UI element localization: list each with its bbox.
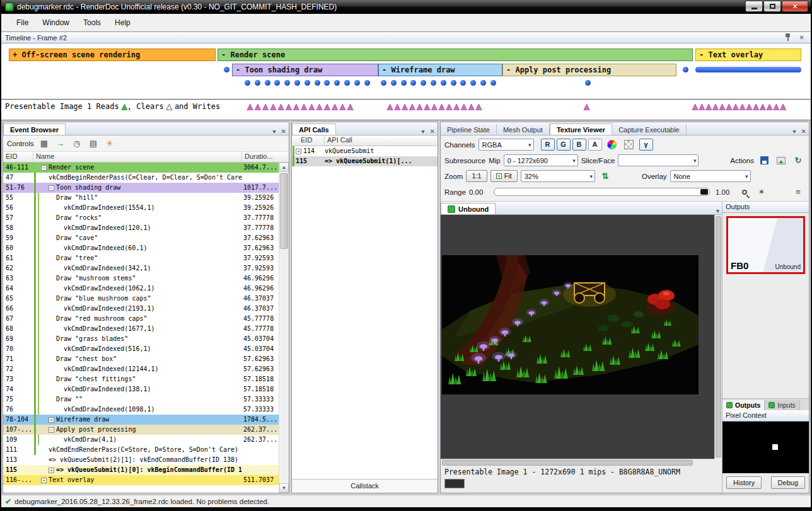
event-row[interactable]: 116-...+Text overlay511.7037 — [3, 475, 279, 485]
scrollbar-thumb[interactable] — [280, 173, 288, 249]
scroll-up-icon[interactable]: ▲ — [279, 163, 289, 172]
checkerboard-icon[interactable] — [622, 139, 636, 151]
texture-viewport[interactable] — [441, 215, 722, 466]
channels-select[interactable]: RGBA▾ — [478, 139, 534, 151]
scrollbar-thumb[interactable] — [442, 460, 693, 466]
menu-help[interactable]: Help — [108, 16, 137, 30]
chevron-down-icon[interactable]: ▾ — [270, 128, 279, 135]
range-min-value[interactable]: 0.00 — [469, 188, 488, 196]
event-row[interactable]: 56vkCmdDrawIndexed(1554,1)39.25926 — [3, 203, 279, 213]
event-row[interactable]: 70vkCmdDrawIndexed(516,1)45.03704 — [3, 344, 279, 354]
refresh-icon[interactable]: ↻ — [791, 154, 805, 166]
history-button[interactable]: History — [726, 476, 762, 489]
tab-pipeline-state[interactable]: Pipeline State — [441, 124, 497, 135]
event-browser-scrollbar[interactable]: ▲ ▼ — [279, 163, 289, 493]
event-row[interactable]: 46-111−Render scene3064.7... — [3, 163, 279, 173]
bookmark-icon[interactable]: ✳ — [103, 139, 116, 148]
timeline-block[interactable]: - Text overlay — [695, 49, 801, 61]
range-options-icon[interactable]: ≡ — [791, 186, 805, 198]
expander-icon[interactable]: − — [41, 165, 47, 171]
event-row[interactable]: 72vkCmdDrawIndexed(12144,1)57.62963 — [3, 364, 279, 374]
column-eid[interactable]: EID — [3, 152, 33, 162]
zoom-1to1-button[interactable]: 1:1 — [466, 170, 487, 182]
api-call-row[interactable]: 115=> vkQueueSubmit(1)[... — [292, 156, 438, 166]
fit-button[interactable]: Fit — [490, 170, 518, 182]
expander-icon[interactable]: − — [49, 427, 54, 433]
event-row[interactable]: 107-...−Apply post processing262.37... — [3, 425, 279, 435]
open-image-icon[interactable] — [774, 154, 788, 166]
event-row[interactable]: 47vkCmdBeginRenderPass(C=Clear, D=Clear,… — [3, 173, 279, 183]
scroll-down-icon[interactable]: ▼ — [279, 483, 289, 493]
tab-event-browser[interactable]: Event Browser — [3, 123, 66, 135]
texture-image[interactable] — [442, 255, 699, 394]
event-row[interactable]: 61Draw "tree"37.92593 — [3, 253, 279, 263]
expander-icon[interactable]: + — [41, 478, 47, 483]
event-row[interactable]: 69Draw "grass blades"45.03704 — [3, 334, 279, 344]
close-panel-icon[interactable]: ✕ — [279, 128, 289, 135]
overlay-select[interactable]: None▾ — [670, 170, 751, 182]
gamma-button[interactable]: γ — [639, 139, 653, 151]
find-icon[interactable]: ▦ — [38, 139, 50, 148]
expander-icon[interactable]: + — [296, 149, 301, 154]
event-row[interactable]: 51-76−Toon shading draw1017.7... — [3, 183, 279, 193]
chevron-down-icon[interactable]: ▾ — [791, 128, 799, 135]
expander-icon[interactable]: + — [49, 468, 54, 473]
close-button[interactable]: ✕ — [782, 1, 808, 12]
maximize-button[interactable] — [763, 1, 781, 12]
autofit-wand-icon[interactable]: ✶ — [755, 186, 768, 198]
menu-tools[interactable]: Tools — [77, 16, 107, 30]
timeline-block[interactable]: + Off-screen scene rendering — [9, 49, 216, 61]
event-row[interactable]: 63Draw "mushroom stems"46.96296 — [3, 273, 279, 284]
minimize-button[interactable] — [745, 1, 763, 12]
event-row[interactable]: 75Draw ""57.33333 — [3, 394, 279, 405]
event-row[interactable]: 55Draw "hill"39.25926 — [3, 193, 279, 203]
save-texture-icon[interactable] — [757, 154, 771, 166]
column-api-call[interactable]: API Call — [325, 135, 438, 146]
goto-eid-icon[interactable]: → — [54, 139, 67, 148]
event-row[interactable]: 78-104+Wireframe draw1784.5... — [3, 415, 279, 425]
event-row[interactable]: 71Draw "chest box"57.62963 — [3, 354, 279, 364]
event-row[interactable]: 66vkCmdDrawIndexed(2193,1)46.37037 — [3, 304, 279, 314]
event-row[interactable]: 65Draw "blue mushroom caps"46.37037 — [3, 294, 279, 304]
pin-icon[interactable] — [785, 33, 791, 42]
flip-y-icon[interactable]: ⇅ — [598, 170, 612, 182]
tab-capture-executable[interactable]: Capture Executable — [612, 124, 687, 135]
timeline-block[interactable]: - Toon shading draw — [232, 64, 378, 76]
texture-tab-unbound[interactable]: Unbound — [441, 203, 496, 214]
event-row[interactable]: 57Draw "rocks"37.77778 — [3, 213, 279, 223]
api-call-row[interactable]: +114vkQueueSubmit — [292, 146, 438, 156]
mip-select[interactable]: 0 - 1272x690▾ — [504, 154, 578, 166]
event-row[interactable]: 109vkCmdDraw(4,1)262.37... — [3, 435, 279, 445]
menu-file[interactable]: File — [10, 16, 35, 30]
callstack-label[interactable]: Callstack — [292, 479, 438, 493]
event-row[interactable]: 74vkCmdDrawIndexed(138,1)57.18518 — [3, 384, 279, 394]
zoom-select[interactable]: 32%▾ — [521, 170, 595, 182]
column-name[interactable]: Name — [33, 152, 242, 162]
tab-texture-viewer[interactable]: Texture Viewer — [550, 123, 612, 135]
channel-a-button[interactable]: A — [588, 139, 602, 151]
menu-window[interactable]: Window — [36, 16, 76, 30]
close-panel-icon[interactable]: ✕ — [799, 128, 809, 135]
tab-api-calls[interactable]: API Calls — [292, 123, 336, 135]
range-slider-thumb[interactable] — [700, 189, 708, 195]
event-row[interactable]: 67Draw "red mushroom caps"45.77778 — [3, 314, 279, 324]
event-row[interactable]: 62vkCmdDrawIndexed(342,1)37.92593 — [3, 263, 279, 273]
range-max-value[interactable]: 1.00 — [716, 188, 734, 196]
scrollbar-thumb[interactable] — [716, 216, 721, 457]
channel-r-button[interactable]: R — [541, 139, 555, 151]
event-row[interactable]: 59Draw "cave"37.62963 — [3, 233, 279, 243]
time-durations-icon[interactable]: ◷ — [71, 139, 83, 148]
channel-g-button[interactable]: G — [557, 139, 571, 151]
timeline-block[interactable]: - Wireframe draw — [378, 64, 502, 76]
event-row[interactable]: 73Draw "chest fittings"57.18518 — [3, 374, 279, 384]
chevron-down-icon[interactable]: ▾ — [419, 128, 427, 135]
pixel-context-view[interactable] — [722, 422, 809, 473]
event-row[interactable]: 68vkCmdDrawIndexed(1677,1)45.77778 — [3, 324, 279, 334]
timeline-block[interactable]: - Apply post processing — [502, 64, 676, 76]
range-slider[interactable] — [494, 188, 710, 196]
event-row[interactable]: 60vkCmdDrawIndexed(60,1)37.62963 — [3, 243, 279, 253]
fb0-thumbnail[interactable]: FB0 Unbound — [726, 216, 805, 274]
expander-icon[interactable]: − — [49, 185, 54, 191]
channel-b-button[interactable]: B — [572, 139, 586, 151]
vertical-scrollbar[interactable] — [714, 215, 722, 459]
